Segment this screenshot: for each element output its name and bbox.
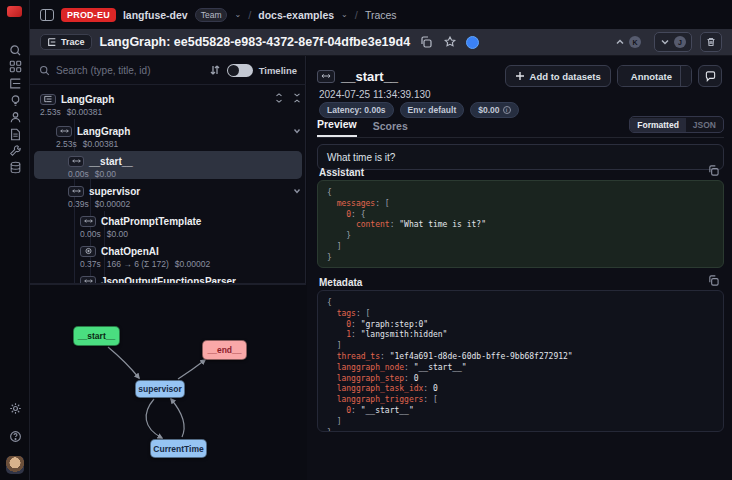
- span-type-icon: [80, 276, 96, 284]
- nav-previous-button[interactable]: K: [610, 32, 646, 52]
- chevron-down-icon[interactable]: [292, 126, 302, 136]
- code-line: ]: [327, 242, 714, 253]
- tree-node-label: __start__: [89, 156, 133, 167]
- annotate-dropdown-button[interactable]: [680, 66, 691, 86]
- graph-node-end[interactable]: __end__: [202, 340, 247, 360]
- settings-gear-icon[interactable]: [7, 400, 23, 416]
- metadata-section-label: Metadata: [319, 277, 362, 288]
- copy-metadata-icon[interactable]: [708, 275, 722, 289]
- timeline-toggle-label: Timeline: [259, 65, 297, 76]
- graph-node-start[interactable]: __start__: [73, 326, 120, 346]
- tree-node-JsonOutputFunctionsParser[interactable]: JsonOutputFunctionsParser: [34, 271, 302, 283]
- span-type-icon: [80, 216, 96, 227]
- collapse-all-icon[interactable]: [292, 93, 302, 105]
- span-type-icon: [56, 126, 72, 137]
- tree-node-start[interactable]: __start__0.00s$0.00: [34, 151, 302, 179]
- sidebar-toggle-icon[interactable]: [40, 9, 54, 21]
- sort-arrows-icon[interactable]: [209, 64, 221, 76]
- assistant-output-code[interactable]: { messages: [ 0: { content: "What time i…: [317, 180, 724, 268]
- code-line: {: [327, 188, 714, 199]
- list-tree-icon: [47, 37, 57, 47]
- code-line: ]: [327, 417, 714, 428]
- format-json-button[interactable]: JSON: [686, 118, 723, 132]
- delete-trace-button[interactable]: [700, 32, 722, 52]
- tree-node-stats: 0.37s166 → 6 (Σ 172)$0.00002: [34, 259, 302, 269]
- metadata-code[interactable]: { tags: [ 0: "graph:step:0" 1: "langsmit…: [317, 290, 724, 432]
- search-icon[interactable]: [7, 42, 23, 58]
- tree-toolbar: Timeline: [30, 56, 306, 85]
- annotate-button[interactable]: Annotate: [618, 66, 680, 86]
- tree-node-label: LangGraph: [61, 94, 114, 105]
- code-line: ]: [327, 341, 714, 352]
- tracing-icon[interactable]: [7, 76, 23, 92]
- tab-preview[interactable]: Preview: [317, 118, 357, 137]
- trace-header-bar: Trace LangGraph: ee5d5828-e983-4372-8e7f…: [30, 29, 732, 56]
- users-icon[interactable]: [7, 109, 23, 125]
- tree-node-ChatOpenAI[interactable]: ChatOpenAI0.37s166 → 6 (Σ 172)$0.00002: [34, 241, 302, 269]
- input-preview-box[interactable]: What time is it?: [317, 144, 724, 170]
- timeline-toggle[interactable]: [227, 64, 253, 77]
- format-formatted-button[interactable]: Formatted: [630, 118, 686, 132]
- tree-node-LangGraph[interactable]: LangGraph2.53s$0.00381: [34, 89, 302, 117]
- chevron-down-icon[interactable]: ⌄: [234, 10, 241, 19]
- prompts-icon[interactable]: [7, 92, 23, 108]
- user-avatar[interactable]: [6, 456, 24, 474]
- tree-node-stats: 0.00s$0.00: [34, 169, 302, 179]
- langfuse-logo-icon[interactable]: [7, 6, 22, 17]
- nav-next-button[interactable]: J: [654, 32, 692, 52]
- public-share-icon[interactable]: [466, 36, 479, 49]
- copy-assistant-icon[interactable]: [708, 165, 722, 179]
- tree-node-label: supervisor: [89, 186, 140, 197]
- tree-node-stats: 2.53s$0.00381: [34, 107, 302, 117]
- code-line: content: "What time is it?": [327, 220, 714, 231]
- add-to-datasets-button[interactable]: Add to datasets: [505, 65, 611, 87]
- code-line: messages: [: [327, 199, 714, 210]
- tree-node-label: ChatOpenAI: [101, 246, 159, 257]
- tree-node-LangGraph[interactable]: LangGraph2.53s$0.00381: [34, 121, 302, 149]
- code-line: 1: "langsmith:hidden": [327, 330, 714, 341]
- bookmark-star-icon[interactable]: [442, 34, 458, 50]
- trace-type-badge: Trace: [40, 34, 92, 50]
- breadcrumb-separator: /: [355, 9, 358, 21]
- tab-scores[interactable]: Scores: [373, 120, 408, 137]
- trash-icon: [706, 37, 716, 47]
- breadcrumb-section[interactable]: Traces: [365, 9, 397, 21]
- copy-id-icon[interactable]: [418, 34, 434, 50]
- environment-badge: PROD-EU: [61, 8, 116, 22]
- format-toggle: Formatted JSON: [629, 116, 724, 133]
- trace-type-icon: [40, 94, 56, 105]
- trace-title: LangGraph: ee5d5828-e983-4372-8e7f-04dfb…: [100, 35, 411, 49]
- org-type-badge: Team: [195, 8, 228, 22]
- datasets-icon[interactable]: [7, 160, 23, 176]
- tools-icon[interactable]: [7, 143, 23, 159]
- tree-node-label: ChatPromptTemplate: [101, 216, 201, 227]
- code-line: thread_ts: "1ef4a691-d8de-60db-bffe-9bb6…: [327, 352, 714, 363]
- annotate-button-group: Annotate: [617, 65, 692, 87]
- shortcut-key-badge: J: [674, 36, 686, 48]
- docs-icon[interactable]: [7, 126, 23, 142]
- dashboard-icon[interactable]: [7, 59, 23, 75]
- expand-all-icon[interactable]: [274, 93, 284, 105]
- detail-tabs: Preview Scores Formatted JSON: [317, 116, 724, 138]
- info-icon: i: [503, 106, 511, 114]
- help-circle-icon[interactable]: [7, 428, 23, 444]
- comments-button[interactable]: [698, 65, 722, 87]
- breadcrumb-project[interactable]: docs-examples: [258, 9, 334, 21]
- plus-icon: [515, 71, 525, 81]
- code-line: 0: "graph:step:0": [327, 320, 714, 331]
- tree-node-ChatPromptTemplate[interactable]: ChatPromptTemplate0.00s$0.00: [34, 211, 302, 239]
- span-type-icon: [68, 186, 84, 197]
- chevron-down-icon: [660, 37, 670, 47]
- langfuse-app: PROD-EU langfuse-dev Team ⌄ / docs-examp…: [0, 0, 732, 480]
- shortcut-key-badge: K: [629, 36, 641, 48]
- tree-search-input[interactable]: [56, 65, 186, 76]
- graph-node-CurrentTime[interactable]: CurrentTime: [150, 439, 207, 458]
- observation-detail-panel: __start__ Add to datasets Annotate 2024-…: [307, 56, 732, 480]
- graph-node-supervisor[interactable]: supervisor: [135, 380, 185, 398]
- tree-node-supervisor[interactable]: supervisor0.39s$0.00002: [34, 181, 302, 209]
- chevron-down-icon[interactable]: [292, 186, 302, 196]
- chevron-down-icon[interactable]: ⌄: [341, 10, 348, 19]
- tree-node-stats: 0.00s$0.00: [34, 229, 302, 239]
- generation-type-icon: [80, 246, 96, 257]
- breadcrumb-org[interactable]: langfuse-dev: [123, 9, 188, 21]
